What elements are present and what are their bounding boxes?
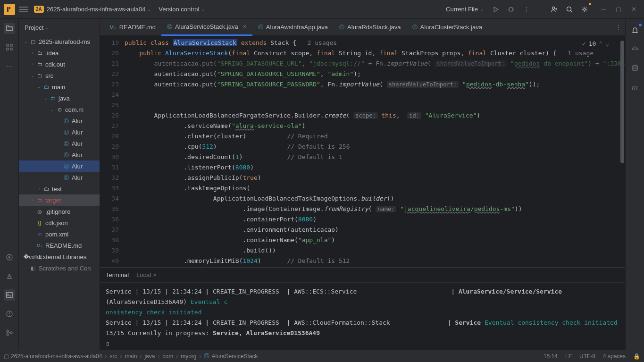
main-menu-icon[interactable] <box>19 7 28 12</box>
tab-readme[interactable]: M↓README.md <box>104 19 161 36</box>
tab-rds-stack[interactable]: ⒸAluraRdsStack.java <box>334 19 406 36</box>
tree-class[interactable]: ⒸAlur <box>19 149 100 160</box>
structure-tool-icon[interactable] <box>4 42 15 53</box>
tab-cluster-stack[interactable]: ⒸAluraClusterStack.java <box>407 19 488 36</box>
svg-point-12 <box>7 330 8 332</box>
terminal-tab[interactable]: Terminal <box>106 271 129 278</box>
readonly-lock-icon[interactable]: 🔒 <box>633 353 640 360</box>
svg-rect-7 <box>7 48 8 50</box>
svg-rect-10 <box>7 293 12 297</box>
more-tools-icon[interactable]: ⋯ <box>4 60 15 72</box>
tab-service-stack[interactable]: ⒸAluraServiceStack.java× <box>161 19 252 36</box>
settings-icon[interactable] <box>578 3 591 16</box>
left-toolwindow-bar: ⋯ <box>0 19 19 350</box>
problems-tool-icon[interactable] <box>4 308 15 320</box>
database-icon[interactable] <box>629 62 641 74</box>
right-toolwindow-bar: m <box>625 19 644 350</box>
svg-point-4 <box>584 8 585 10</box>
code-with-me-icon[interactable] <box>548 3 561 16</box>
tree-folder[interactable]: ⌄🗀java <box>19 93 100 104</box>
tree-class-selected[interactable]: ⒸAlur <box>19 160 100 172</box>
terminal-tool-icon[interactable] <box>4 289 15 301</box>
maximize-button[interactable]: ▢ <box>612 3 625 16</box>
minimize-button[interactable]: ─ <box>597 3 610 16</box>
file-encoding[interactable]: UTF-8 <box>579 353 595 360</box>
tree-package[interactable]: ⌄⊙com.m <box>19 104 100 115</box>
indent-config[interactable]: 4 spaces <box>603 353 626 360</box>
tree-file[interactable]: ◎.gitignore <box>19 206 100 217</box>
terminal-panel: Terminal Local× Service | 13/15 | 21:34:… <box>100 267 625 350</box>
tree-folder[interactable]: ⌄🗀src <box>19 70 100 81</box>
tree-class[interactable]: ⒸAlur <box>19 138 100 149</box>
search-icon[interactable] <box>563 3 576 16</box>
vcs-widget[interactable]: Version control⌄ <box>159 6 205 13</box>
tree-file[interactable]: mpom.xml <box>19 228 100 240</box>
editor-tabs: M↓README.md ⒸAluraServiceStack.java× ⒸAl… <box>100 19 625 36</box>
tree-class[interactable]: ⒸAlur <box>19 115 100 126</box>
run-button[interactable] <box>489 3 502 16</box>
terminal-output[interactable]: Service | 13/15 | 21:34:24 | CREATE_IN_P… <box>100 283 625 350</box>
code-editor[interactable]: 1920212223242526272829303132333435363738… <box>100 36 625 267</box>
line-ending[interactable]: LF <box>565 353 572 360</box>
close-tab-icon[interactable]: × <box>243 23 247 30</box>
tree-class[interactable]: ⒸAlur <box>19 126 100 138</box>
tree-file[interactable]: {}cdk.json <box>19 217 100 228</box>
run-tool-icon[interactable] <box>4 252 15 263</box>
status-bar: ▢2625-alurafood-ms-infra-aws-aula04› src… <box>0 350 644 362</box>
svg-point-2 <box>552 7 555 9</box>
maven-icon[interactable]: m <box>629 81 641 93</box>
titlebar: 2A 2625-alurafood-ms-infra-aws-aula04⌄ V… <box>0 0 644 19</box>
tree-root[interactable]: ⌄▢2625-alurafood-ms <box>19 36 100 47</box>
run-config-selector[interactable]: Current File⌄ <box>446 6 484 13</box>
svg-rect-5 <box>7 44 8 46</box>
project-tree[interactable]: ⌄▢2625-alurafood-ms ›🗀.idea ›🗀cdk.out ⌄🗀… <box>19 36 100 350</box>
svg-point-3 <box>567 7 571 11</box>
svg-point-15 <box>633 65 637 67</box>
more-actions-icon[interactable]: ⋮ <box>519 3 533 16</box>
tree-file[interactable]: M↓README.md <box>19 240 100 251</box>
terminal-session-tab[interactable]: Local× <box>136 271 157 278</box>
editor-panel: M↓README.md ⒸAluraServiceStack.java× ⒸAl… <box>100 19 625 350</box>
notifications-icon[interactable] <box>629 25 641 36</box>
tree-folder[interactable]: ⌄🗀main <box>19 81 100 93</box>
project-tool-icon[interactable] <box>4 23 15 34</box>
code-content[interactable]: public class AluraServiceStack extends S… <box>125 36 625 267</box>
tree-folder[interactable]: ›🗀cdk.out <box>19 59 100 70</box>
editor-scrollbar[interactable] <box>619 36 625 267</box>
tree-external-libs[interactable]: ›�collecExternal Libraries <box>19 251 100 262</box>
debug-button[interactable] <box>504 3 518 16</box>
project-sidebar: Project⌄ ⌄▢2625-alurafood-ms ›🗀.idea ›🗀c… <box>19 19 100 350</box>
build-tool-icon[interactable] <box>4 270 15 282</box>
svg-rect-6 <box>10 44 12 46</box>
tree-class[interactable]: ⒸAlur <box>19 172 100 183</box>
vcs-tool-icon[interactable] <box>4 327 15 338</box>
project-badge: 2A <box>34 6 44 13</box>
svg-point-13 <box>7 334 8 336</box>
tree-folder-excluded[interactable]: ›🗀target <box>19 194 100 206</box>
project-selector[interactable]: 2625-alurafood-ms-infra-aws-aula04⌄ <box>47 6 151 13</box>
breadcrumb[interactable]: ▢2625-alurafood-ms-infra-aws-aula04› src… <box>4 352 258 360</box>
project-view-selector[interactable]: Project⌄ <box>19 19 100 36</box>
tabs-more-icon[interactable]: ⋮ <box>615 24 621 31</box>
aws-toolkit-icon[interactable] <box>629 43 641 55</box>
line-gutter: 1920212223242526272829303132333435363738… <box>100 36 125 267</box>
tab-aws-infra[interactable]: ⒸAluraAwsInfraApp.java <box>252 19 334 36</box>
tree-folder[interactable]: ›🗀.idea <box>19 47 100 59</box>
close-button[interactable]: ✕ <box>627 3 640 16</box>
tree-folder[interactable]: ›🗀test <box>19 183 100 194</box>
ide-logo[interactable] <box>4 4 15 15</box>
inspection-widget[interactable]: ✓10⌃⌄ <box>579 38 612 50</box>
svg-rect-8 <box>10 48 12 50</box>
svg-point-14 <box>10 332 12 334</box>
tree-scratches[interactable]: ›◧Scratches and Con <box>19 262 100 274</box>
caret-position[interactable]: 15:14 <box>544 353 558 360</box>
